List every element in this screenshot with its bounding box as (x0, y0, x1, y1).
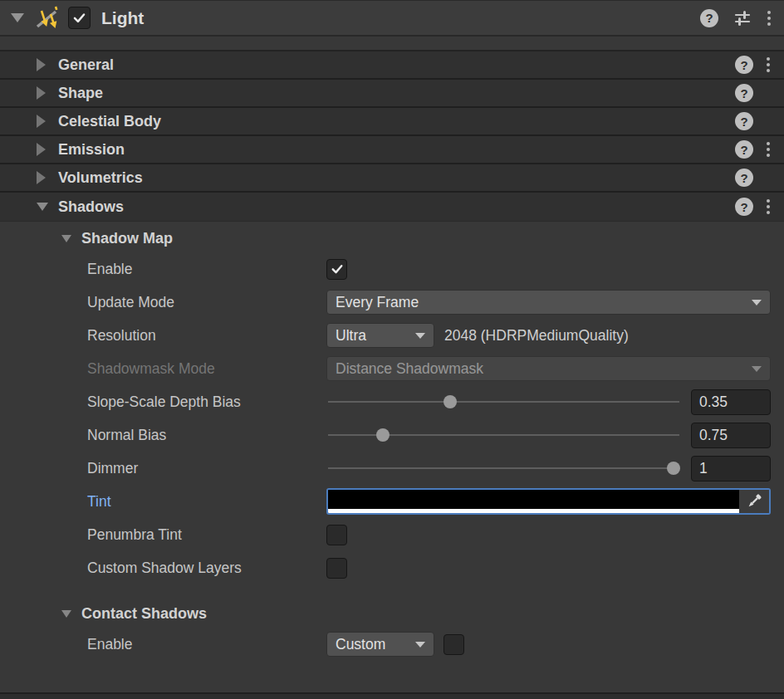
slider-knob[interactable] (667, 462, 680, 475)
section-label: Shadows (58, 198, 124, 216)
dropdown-value: Custom (336, 636, 385, 653)
property-label: Tint (0, 493, 326, 511)
property-label: Update Mode (0, 294, 326, 311)
row-update-mode: Update Mode Every Frame (0, 286, 784, 319)
slope-scale-depth-bias-field[interactable]: 0.35 (691, 389, 771, 415)
tint-color-field[interactable] (326, 488, 771, 515)
light-component-header: Light ? (0, 0, 784, 37)
help-icon[interactable]: ? (735, 198, 753, 216)
more-options-icon[interactable] (765, 9, 773, 27)
dropdown-value: Distance Shadowmask (336, 360, 483, 378)
dimmer-slider[interactable] (326, 462, 681, 475)
section-shape[interactable]: Shape ? (0, 80, 784, 108)
row-normal-bias: Normal Bias 0.75 (0, 418, 784, 452)
section-general[interactable]: General ? (0, 51, 784, 80)
update-mode-dropdown[interactable]: Every Frame (326, 290, 771, 315)
color-swatch[interactable] (328, 490, 739, 513)
row-shadowmask-mode: Shadowmask Mode Distance Shadowmask (0, 352, 784, 385)
row-custom-shadow-layers: Custom Shadow Layers (0, 551, 784, 584)
check-icon (71, 10, 87, 26)
color-swatch-rgb (328, 490, 739, 509)
foldout-expanded-icon[interactable] (61, 610, 71, 618)
subsection-label: Contact Shadows (81, 605, 207, 623)
contact-shadows-foldout[interactable]: Contact Shadows (0, 599, 784, 628)
inspector-bottom-bar (0, 692, 784, 699)
row-enable: Enable (0, 252, 784, 286)
presets-icon[interactable] (733, 8, 752, 28)
row-contact-shadows-enable: Enable Custom (0, 628, 784, 661)
enable-checkbox[interactable] (326, 259, 347, 280)
help-icon[interactable]: ? (735, 112, 753, 130)
shadows-content: Shadow Map Enable Update Mode Every Fram… (0, 222, 784, 692)
more-options-icon[interactable] (764, 140, 772, 159)
eyedropper-button[interactable] (739, 490, 769, 513)
section-emission[interactable]: Emission ? (0, 136, 784, 164)
slope-scale-depth-bias-slider[interactable] (326, 395, 681, 408)
normal-bias-slider[interactable] (326, 428, 681, 442)
property-label: Normal Bias (0, 427, 326, 444)
resolution-dropdown[interactable]: Ultra (326, 323, 434, 348)
custom-shadow-layers-checkbox[interactable] (326, 558, 347, 579)
property-label: Enable (0, 636, 326, 653)
section-label: Celestial Body (58, 113, 161, 130)
foldout-collapsed-icon[interactable] (37, 115, 48, 128)
foldout-collapsed-icon[interactable] (37, 86, 48, 100)
section-label: Shape (58, 85, 103, 102)
normal-bias-field[interactable]: 0.75 (691, 423, 771, 448)
section-shadows[interactable]: Shadows ? (0, 193, 784, 222)
slider-knob[interactable] (376, 428, 390, 442)
property-label: Resolution (0, 327, 326, 345)
foldout-expanded-icon[interactable] (61, 235, 71, 242)
foldout-collapsed-icon[interactable] (37, 143, 48, 156)
check-icon (330, 262, 345, 276)
foldout-expanded-icon[interactable] (37, 203, 48, 211)
component-title: Light (101, 8, 144, 28)
subsection-label: Shadow Map (81, 230, 173, 247)
chevron-down-icon (752, 366, 762, 372)
property-label: Custom Shadow Layers (0, 560, 326, 577)
section-volumetrics[interactable]: Volumetrics ? (0, 164, 784, 193)
property-label: Penumbra Tint (0, 526, 326, 544)
contact-shadows-enable-dropdown[interactable]: Custom (326, 632, 434, 657)
resolution-detail: 2048 (HDRPMediumQuality) (444, 327, 629, 345)
row-slope-scale-depth-bias: Slope-Scale Depth Bias 0.35 (0, 385, 784, 418)
row-dimmer: Dimmer 1 (0, 452, 784, 485)
help-icon[interactable]: ? (735, 169, 753, 187)
slider-track (328, 467, 679, 469)
help-icon[interactable]: ? (700, 9, 718, 27)
more-options-icon[interactable] (764, 56, 772, 74)
chevron-down-icon (415, 333, 425, 339)
foldout-collapsed-icon[interactable] (37, 171, 48, 184)
inspector-spacer (0, 37, 784, 51)
section-label: General (58, 56, 114, 74)
section-celestial-body[interactable]: Celestial Body ? (0, 108, 784, 136)
contact-shadows-enable-checkbox[interactable] (443, 634, 464, 655)
section-label: Emission (58, 141, 125, 159)
more-options-icon[interactable] (764, 198, 772, 216)
section-label: Volumetrics (58, 169, 143, 187)
help-icon[interactable]: ? (735, 56, 753, 74)
foldout-collapsed-icon[interactable] (37, 58, 48, 71)
chevron-down-icon (415, 642, 425, 648)
property-label: Enable (0, 261, 326, 278)
row-resolution: Resolution Ultra 2048 (HDRPMediumQuality… (0, 319, 784, 352)
slider-track (328, 401, 679, 403)
shadowmask-mode-dropdown: Distance Shadowmask (326, 356, 771, 381)
component-foldout-arrow[interactable] (11, 13, 24, 22)
penumbra-tint-checkbox[interactable] (326, 525, 347, 545)
color-swatch-alpha-bar (328, 509, 739, 513)
directional-light-icon (33, 4, 60, 32)
property-label: Slope-Scale Depth Bias (0, 393, 326, 411)
dimmer-field[interactable]: 1 (691, 456, 771, 481)
help-icon[interactable]: ? (735, 140, 753, 159)
row-penumbra-tint: Penumbra Tint (0, 518, 784, 551)
row-tint: Tint (0, 485, 784, 518)
property-label: Dimmer (0, 460, 326, 477)
eyedropper-icon (745, 492, 763, 511)
component-enabled-checkbox[interactable] (68, 7, 91, 29)
shadow-map-foldout[interactable]: Shadow Map (0, 224, 784, 252)
property-label: Shadowmask Mode (0, 360, 326, 378)
dropdown-value: Every Frame (336, 294, 419, 311)
help-icon[interactable]: ? (735, 84, 753, 102)
slider-knob[interactable] (443, 395, 457, 408)
